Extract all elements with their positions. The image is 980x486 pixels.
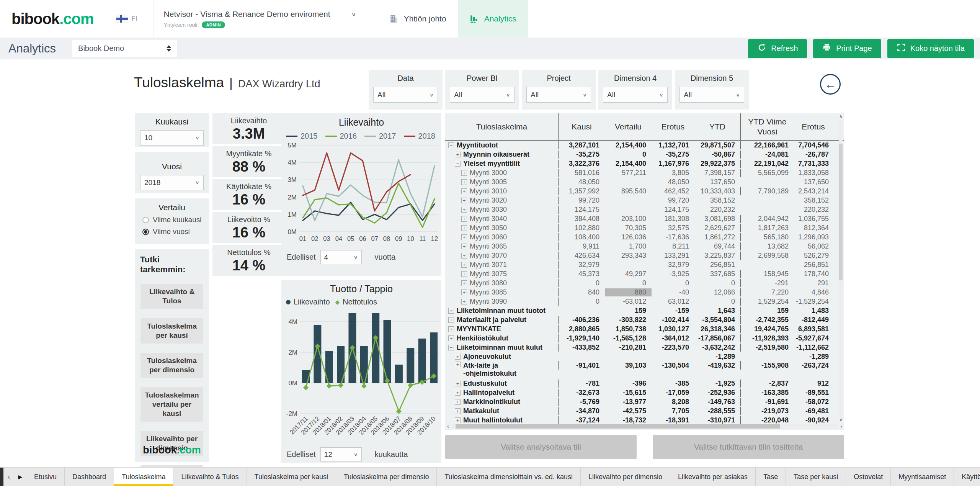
table-row-15[interactable]: +Myynti 30800000-291291 — [445, 278, 844, 288]
explore-button-2[interactable]: Tuloslaskelma per dimensio — [140, 353, 203, 378]
table-row-0[interactable]: −Myyntituotot3,287,1012,154,4001,132,701… — [445, 141, 844, 150]
table-row-8[interactable]: +Myynti 3040384,408203,100181,3083,081,6… — [445, 214, 844, 223]
report-page-tab-0[interactable]: Etusivu — [26, 468, 65, 486]
report-page-tab-8[interactable]: Liikevaihto per asiakas — [670, 468, 756, 486]
bar-plot-svg[interactable]: -2M0M2M4M2017/112017/122018/012018/02201… — [281, 306, 441, 443]
workspace-select[interactable]: Bibook Demo — [72, 40, 177, 57]
collapse-icon[interactable]: − — [448, 142, 454, 148]
expand-icon[interactable]: + — [448, 335, 454, 341]
expand-icon[interactable]: + — [461, 299, 467, 304]
report-page-tab-10[interactable]: Tase per kausi — [786, 468, 846, 486]
month-select[interactable]: 10 ∨ — [140, 130, 204, 146]
scrollbar-thumb[interactable] — [839, 144, 843, 280]
table-row-1[interactable]: +Myynnin oikaisuerät-35,2750-35,275-50,8… — [445, 150, 844, 159]
expand-icon[interactable]: + — [455, 152, 461, 157]
collapse-icon[interactable]: − — [455, 161, 461, 167]
expand-icon[interactable]: + — [461, 188, 467, 194]
years-back-select[interactable]: 4 ∨ — [320, 250, 362, 264]
scroll-left-icon[interactable]: ‹ — [446, 423, 450, 429]
filter-select-3[interactable]: All∨ — [603, 87, 668, 103]
expand-icon[interactable]: + — [448, 317, 454, 323]
filter-select-1[interactable]: All∨ — [450, 87, 514, 103]
table-row-27[interactable]: +Markkinointikulut-5,769-13,9778,208-149… — [445, 397, 844, 406]
table-row-14[interactable]: +Myynti 307545,37349,297-3,925337,685158… — [445, 269, 844, 278]
radio-selected-icon[interactable] — [142, 229, 149, 235]
radio-icon[interactable] — [142, 217, 149, 223]
explore-button-0[interactable]: Liikevaihto & Tulos — [140, 284, 203, 309]
back-button[interactable]: ← — [820, 74, 841, 95]
koko-näytön-tila-button[interactable]: Koko näytön tila — [887, 39, 974, 58]
horizontal-scrollbar[interactable]: ‹ › — [446, 423, 843, 429]
previous-page-icon[interactable]: ‹ — [3, 473, 14, 481]
scroll-up-icon[interactable]: ∨ — [839, 115, 843, 119]
table-row-11[interactable]: +Myynti 30659,9111,7008,21169,74413,6825… — [445, 242, 844, 251]
line-chart-plot[interactable]: 0M1M2M3M4M5M010203040506070809101112 — [281, 141, 441, 247]
table-row-10[interactable]: +Myynti 3060108,400126,036-17,6361,861,2… — [445, 232, 844, 242]
table-row-19[interactable]: +Materiaalit ja palvelut-406,236-303,822… — [445, 315, 844, 324]
language-selector[interactable]: FI — [116, 15, 137, 23]
table-row-23[interactable]: +Ajoneuvokulut-1,289-1,289 — [445, 352, 844, 361]
expand-icon[interactable]: + — [448, 326, 454, 332]
report-page-tab-9[interactable]: Tase — [756, 468, 786, 486]
expand-icon[interactable]: + — [461, 216, 467, 222]
table-row-4[interactable]: +Myynti 300548,05048,050137,650137,650 — [445, 177, 844, 187]
vertical-scrollbar[interactable]: ∨ ∨ — [838, 115, 843, 422]
expand-icon[interactable]: + — [461, 244, 467, 249]
print-page-button[interactable]: Print Page — [813, 39, 881, 58]
expand-icon[interactable]: + — [461, 198, 467, 203]
expand-icon[interactable]: + — [455, 381, 461, 386]
expand-icon[interactable]: + — [461, 207, 467, 213]
table-row-9[interactable]: +Myynti 3050102,88070,30532,5752,629,627… — [445, 223, 844, 232]
report-page-tab-6[interactable]: Tuloslaskelma dimensioittain vs. ed. kau… — [437, 468, 580, 486]
expand-icon[interactable]: + — [455, 417, 461, 423]
table-row-21[interactable]: +Henkilöstökulut-1,929,140-1,565,128-364… — [445, 334, 844, 343]
expand-icon[interactable]: + — [455, 362, 461, 367]
select-vouchers-button[interactable]: Valitse tutkittavan tilin tositteita — [653, 435, 844, 459]
table-row-12[interactable]: +Myynti 3070426,634293,343133,2913,225,8… — [445, 251, 844, 260]
report-page-tab-13[interactable]: Käyttöp — [954, 468, 980, 486]
expand-icon[interactable]: + — [461, 179, 467, 185]
report-page-tab-11[interactable]: Ostovelat — [846, 468, 891, 486]
table-row-5[interactable]: +Myynti 30101,357,992895,540462,45210,33… — [445, 187, 844, 196]
report-page-tab-12[interactable]: Myyntisaamiset — [891, 468, 954, 486]
expand-icon[interactable]: + — [461, 234, 467, 240]
expand-icon[interactable]: + — [455, 408, 461, 414]
table-row-13[interactable]: +Myynti 307132,97932,979256,851256,851 — [445, 260, 844, 269]
scrollbar-thumb[interactable] — [456, 424, 780, 429]
table-row-25[interactable]: +Edustuskulut-781-396-385-1,925-2,837912 — [445, 379, 844, 388]
table-row-17[interactable]: +Myynti 30900-63,01263,01201,529,254-1,5… — [445, 297, 844, 306]
year-select[interactable]: 2018 ∨ — [140, 175, 204, 190]
report-page-tab-7[interactable]: Liikevaihto per dimensio — [581, 468, 670, 486]
expand-icon[interactable]: + — [461, 280, 467, 286]
bar-chart-plot[interactable]: -2M0M2M4M2017/112017/122018/012018/02201… — [281, 306, 441, 444]
table-row-2[interactable]: −Yleiset myyntitilit3,322,3762,154,4001,… — [445, 159, 844, 168]
expand-icon[interactable]: + — [461, 170, 467, 176]
refresh-button[interactable]: Refresh — [748, 39, 807, 58]
explore-button-1[interactable]: Tuloslaskelma per kausi — [140, 318, 203, 344]
expand-icon[interactable]: + — [455, 354, 461, 360]
table-row-16[interactable]: +Myynti 3085840880-4012,0667,2204,846 — [445, 288, 844, 297]
next-page-icon[interactable]: ▶ — [14, 474, 26, 480]
report-page-tab-1[interactable]: Dashboard — [65, 468, 114, 486]
expand-icon[interactable]: + — [455, 399, 461, 405]
table-row-22[interactable]: −Liiketoiminnan muut kulut-433,852-210,2… — [445, 343, 844, 352]
filter-select-2[interactable]: All∨ — [526, 87, 591, 103]
expand-icon[interactable]: + — [461, 271, 467, 277]
top-tab-analytics[interactable]: Analytics — [458, 0, 528, 38]
filter-select-0[interactable]: All∨ — [373, 87, 438, 103]
report-page-tab-5[interactable]: Tuloslaskelma per dimensio — [336, 468, 437, 486]
table-row-24[interactable]: +Atk-laite ja-ohjelmistokulut-91,40139,1… — [445, 361, 844, 379]
report-page-tab-4[interactable]: Tuloslaskelma per kausi — [247, 468, 336, 486]
explore-button-3[interactable]: Tuloslaskelman vertailu per kausi — [140, 387, 203, 422]
scroll-right-icon[interactable]: › — [839, 423, 843, 429]
comparison-option-1[interactable]: Viime vuosi — [142, 227, 209, 236]
top-tab-yhtiön-johto[interactable]: Yhtiön johto — [377, 0, 458, 38]
table-row-18[interactable]: +Liiketoiminnan muut tuotot159-1591,6431… — [445, 306, 844, 315]
report-page-tab-3[interactable]: Liikevaihto & Tulos — [173, 468, 247, 486]
expand-icon[interactable]: + — [461, 253, 467, 259]
expand-icon[interactable]: + — [461, 225, 467, 231]
table-row-7[interactable]: +Myynti 3030124,175124,175220,232220,232 — [445, 205, 844, 214]
filter-select-4[interactable]: All∨ — [679, 87, 744, 103]
table-row-3[interactable]: +Myynti 3000581,016577,2113,8057,398,157… — [445, 168, 844, 177]
table-row-20[interactable]: +MYYNTIKATE2,880,8651,850,7381,030,12726… — [445, 324, 844, 334]
